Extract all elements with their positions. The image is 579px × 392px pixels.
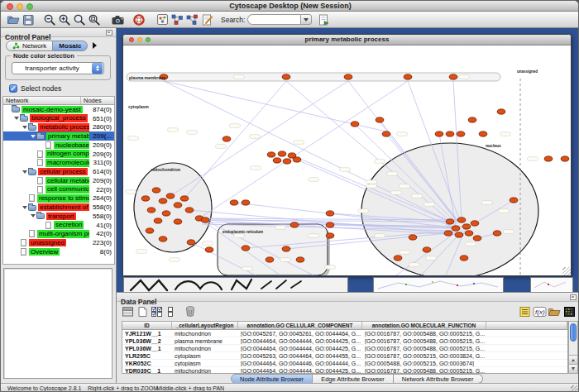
tree-row[interactable]: nitrogen compo209(0) (3, 150, 114, 159)
search-advanced-icon[interactable] (316, 12, 331, 27)
graph-node[interactable] (162, 211, 170, 216)
background-window-fragment[interactable] (530, 277, 573, 292)
search-dropdown-button[interactable] (300, 14, 312, 25)
scroll-down-button[interactable] (569, 364, 577, 373)
graph-node[interactable] (154, 218, 162, 223)
graph-node[interactable] (471, 221, 479, 226)
graph-node[interactable] (242, 200, 250, 205)
graph-node[interactable] (544, 156, 553, 161)
graph-node[interactable] (282, 246, 290, 251)
scrollbar-thumb[interactable] (570, 323, 577, 342)
graph-node[interactable] (174, 203, 182, 208)
graph-node[interactable] (159, 237, 167, 241)
import-attributes-icon[interactable] (547, 304, 562, 319)
zoom-selected-icon[interactable] (87, 12, 102, 27)
tree-row[interactable]: metabolic process280(0) (3, 123, 114, 132)
open-folder-icon[interactable] (6, 12, 21, 27)
birdseye-view[interactable] (3, 268, 112, 379)
table-scrollbar[interactable] (568, 321, 578, 374)
delete-attribute-icon[interactable] (183, 304, 198, 319)
resize-grip[interactable] (571, 385, 579, 392)
tree-row[interactable]: response to stimulu264(0) (3, 194, 114, 203)
help-lifebuoy-icon[interactable] (132, 12, 146, 27)
graph-node[interactable] (497, 109, 505, 114)
graph-node[interactable] (326, 211, 334, 216)
tree-row[interactable]: Overview8(0) (3, 247, 114, 256)
graph-node[interactable] (462, 224, 471, 229)
graph-node[interactable] (479, 131, 487, 136)
graph-node[interactable] (185, 208, 194, 213)
table-row[interactable]: YDR039C__1mitochondrion[GO:0044464, GO:0… (122, 367, 567, 374)
tree-row[interactable]: secretion41(0) (3, 221, 114, 230)
graph-node[interactable] (423, 247, 431, 252)
table-row[interactable]: YLR295Ccytoplasm[GO:0045263, GO:0044464,… (122, 352, 567, 360)
graph-node[interactable] (409, 235, 417, 240)
graph-node[interactable] (446, 219, 454, 224)
graph-node[interactable] (457, 218, 466, 222)
save-session-icon[interactable] (21, 12, 36, 27)
table-row[interactable]: YJR121W__1mitochondrion[GO:0045267, GO:0… (122, 330, 567, 337)
network-graph[interactable]: plasma membranecytoplasmmitochondrionnuc… (123, 45, 571, 275)
graph-node[interactable] (223, 136, 231, 141)
attribute-list-icon[interactable] (517, 304, 532, 319)
graph-node[interactable] (147, 208, 156, 213)
vizmapper-icon[interactable] (155, 12, 170, 27)
zoom-out-icon[interactable] (42, 12, 57, 27)
tree-row[interactable]: mosaic-demo-yeast874(0) (3, 105, 114, 114)
graph-node[interactable] (180, 196, 189, 201)
graph-node[interactable] (293, 157, 301, 162)
select-nodes-checkbox[interactable]: ✓ (9, 84, 17, 93)
graph-node[interactable] (493, 231, 501, 236)
graph-node[interactable] (382, 131, 390, 136)
layout-network-1-icon[interactable] (170, 12, 184, 27)
graph-node[interactable] (444, 231, 452, 236)
graph-node[interactable] (166, 194, 175, 198)
tree-row[interactable]: transport558(0) (3, 212, 114, 221)
graph-node[interactable] (174, 219, 182, 224)
graph-node[interactable] (290, 222, 299, 227)
graph-node[interactable] (468, 117, 476, 122)
graph-node[interactable] (267, 152, 275, 157)
graph-node[interactable] (376, 117, 384, 122)
select-all-attributes-icon[interactable] (150, 304, 165, 319)
disclosure-triangle-icon[interactable] (22, 126, 27, 129)
graph-node[interactable] (282, 74, 290, 79)
graph-node[interactable] (435, 131, 443, 136)
tree-row[interactable]: establishment of lo558(0) (3, 203, 114, 212)
graph-node[interactable] (205, 247, 213, 252)
table-row[interactable]: YKR052Ccytoplasm[GO:0044464, GO:0044446,… (122, 360, 567, 367)
disclosure-triangle-icon[interactable] (14, 117, 19, 120)
tree-row[interactable]: cellular metabol209(0) (3, 176, 114, 185)
tree-row[interactable]: cell communicat22(0) (3, 185, 114, 194)
disclosure-triangle-icon[interactable] (31, 214, 36, 218)
tab-network[interactable]: Network (6, 41, 53, 51)
table-row[interactable]: YPL036W__2plasma membrane[GO:0044464, GO… (122, 337, 567, 345)
tree-row[interactable]: primary metabol209(... (3, 131, 114, 141)
graph-node[interactable] (326, 233, 334, 238)
attribute-matrix-icon[interactable] (562, 304, 577, 319)
disclosure-triangle-icon[interactable] (22, 170, 27, 174)
graph-node[interactable] (404, 74, 412, 79)
network-canvas[interactable]: plasma membranecytoplasmmitochondrionnuc… (123, 45, 571, 275)
layout-network-2-icon[interactable] (184, 12, 199, 27)
column-header[interactable]: annotation.GO MOLECULAR_FUNCTION (362, 322, 486, 329)
graph-node[interactable] (561, 156, 569, 161)
graph-node[interactable] (460, 256, 468, 261)
column-header[interactable]: _cellularLayoutRegion (172, 322, 238, 329)
window-resize-grip[interactable] (562, 267, 571, 275)
zoom-in-icon[interactable] (57, 12, 72, 27)
graph-node[interactable] (187, 240, 195, 245)
network-view-titlebar[interactable]: primary metabolic process (123, 35, 571, 45)
graph-node[interactable] (351, 122, 359, 127)
graph-node[interactable] (465, 231, 473, 236)
tree-row[interactable]: multi-organism pro42(0) (3, 230, 114, 239)
background-window-fragment[interactable] (373, 277, 504, 292)
function-builder-icon[interactable]: f(x) (532, 304, 547, 319)
graph-node[interactable] (152, 188, 160, 193)
graph-node[interactable] (141, 196, 150, 201)
graph-node[interactable] (473, 236, 481, 241)
disclosure-triangle-icon[interactable] (22, 206, 27, 209)
graph-node[interactable] (446, 131, 454, 136)
graph-node[interactable] (455, 232, 463, 237)
graph-node[interactable] (457, 131, 465, 136)
